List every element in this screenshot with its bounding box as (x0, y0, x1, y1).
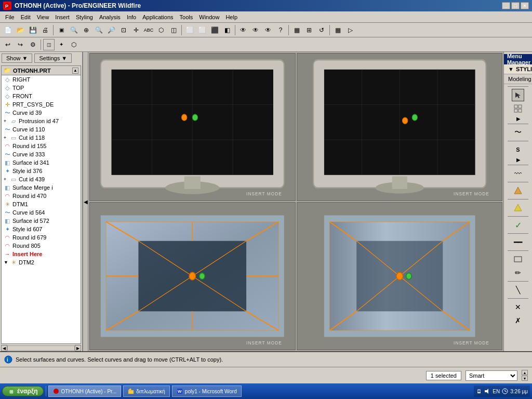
tree-scroll-up[interactable]: ▲ (72, 68, 78, 74)
close-button[interactable]: × (521, 2, 529, 9)
tb-eye2[interactable]: 👁 (250, 24, 261, 36)
tree-item-round155[interactable]: ◜◝ Round id 155 (2, 142, 81, 150)
tree-item-round470[interactable]: ◜◝ Round id 470 (2, 192, 81, 200)
menu-applications[interactable]: Applications (139, 13, 176, 21)
viewport-top-right[interactable]: INSERT MODE (297, 53, 503, 201)
smart-select-dropdown[interactable]: Smart Geometry Datum Feature (466, 370, 517, 381)
tb2-settings[interactable]: ⚙ (27, 39, 38, 50)
rt-cross[interactable]: ✗ (512, 314, 524, 327)
rt-curve[interactable]: 〜 (512, 126, 524, 139)
panel-collapse-handle[interactable]: ◀ (83, 52, 88, 351)
tree-item-surfmerge[interactable]: ◧ Surface Merge i (2, 183, 81, 192)
menu-styling[interactable]: Styling (73, 13, 96, 21)
tree-item-round679[interactable]: ◜◝ Round id 679 (2, 233, 81, 242)
menu-insert[interactable]: Insert (52, 13, 73, 21)
tree-item-style607[interactable]: ✦ Style id 607 (2, 225, 81, 233)
rt-rect[interactable] (512, 253, 524, 265)
tb-question[interactable]: ? (275, 24, 286, 36)
tree-item-RIGHT[interactable]: ◇ RIGHT (2, 75, 81, 84)
minimize-button[interactable]: _ (502, 2, 510, 9)
tree-scroll-area[interactable]: ◇ RIGHT ◇ TOP ◇ FRONT ✛ PRT_CSYS_DE 〜 (2, 75, 81, 267)
tb2-ref[interactable]: ✦ (56, 39, 67, 50)
tb-pan[interactable]: ✛ (130, 24, 142, 36)
tree-item-prot47[interactable]: + ▱ Protrusion id 47 (2, 117, 81, 125)
menu-file[interactable]: File (2, 13, 18, 21)
tree-item-surface572[interactable]: ◧ Surface id 572 (2, 217, 81, 225)
tree-item-FRONT[interactable]: ◇ FRONT (2, 92, 81, 100)
tb-cube1[interactable]: ⬜ (184, 24, 195, 36)
viewport-top-left[interactable]: INSERT MODE (89, 53, 296, 201)
rt-expand[interactable]: ▶ (516, 116, 520, 122)
rt-x-mark[interactable]: ✕ (512, 301, 524, 313)
tree-item-curve39[interactable]: 〜 Curve id 39 (2, 109, 81, 117)
tree-item-insert[interactable]: → Insert Here (2, 250, 81, 258)
settings-button[interactable]: Settings ▼ (34, 54, 72, 63)
scroll-down-btn[interactable]: ▼ (522, 376, 528, 381)
menu-info[interactable]: Info (124, 13, 139, 21)
tree-left-scroll[interactable]: ◀ (1, 345, 7, 351)
menu-view[interactable]: View (34, 13, 52, 21)
tb-select-all[interactable]: ▣ (56, 24, 67, 36)
window-controls[interactable]: _ □ × (502, 2, 529, 9)
tree-item-surface341[interactable]: ◧ Surface id 341 (2, 158, 81, 167)
tb-abc[interactable]: ABC (143, 24, 154, 36)
tb-layout1[interactable]: ▦ (291, 24, 302, 36)
tb-cube3[interactable]: ⬛ (209, 24, 220, 36)
rt-surface-edit[interactable]: 〰 (512, 167, 524, 180)
taskbar-proeng[interactable]: OTHONH (Active) - Pr... (48, 385, 122, 397)
tb2-redo[interactable]: ↪ (15, 39, 26, 50)
tree-item-curve564[interactable]: 〜 Curve id 564 (2, 208, 81, 217)
rt-surface2[interactable] (512, 202, 524, 214)
tree-item-TOP[interactable]: ◇ TOP (2, 84, 81, 92)
rt-pointer[interactable] (512, 89, 524, 101)
tb-cube2[interactable]: ⬜ (196, 24, 208, 36)
mm-modeling[interactable]: Modeling (504, 74, 532, 84)
start-button[interactable]: ⊞ έναρξη (2, 386, 44, 396)
tb-tool5[interactable]: ◫ (168, 24, 179, 36)
tb-next[interactable]: ▷ (344, 24, 356, 36)
show-button[interactable]: Show ▼ (2, 54, 32, 63)
taskbar-word[interactable]: W poly1 - Microsoft Word (172, 385, 242, 397)
tb2-undo[interactable]: ↩ (2, 39, 14, 50)
maximize-button[interactable]: □ (511, 2, 520, 9)
tree-item-round805[interactable]: ◜◝ Round 805 (2, 242, 81, 250)
tree-item-cut118[interactable]: + ▭ Cut id 118 (2, 134, 81, 142)
tb-save[interactable]: 💾 (27, 24, 38, 36)
menu-help[interactable]: Help (222, 13, 241, 21)
tb-print[interactable]: 🖨 (39, 24, 51, 36)
tb-search[interactable]: 🔍 (68, 24, 79, 36)
viewport-bottom-left[interactable]: INSERT MODE (89, 202, 296, 350)
tb2-tool[interactable]: ⬡ (68, 39, 79, 50)
tb-eye1[interactable]: 👁 (237, 24, 249, 36)
tb-layout2[interactable]: ⊞ (303, 24, 315, 36)
menu-edit[interactable]: Edit (18, 13, 34, 21)
tb-zoom-out[interactable]: 🔎 (105, 24, 117, 36)
tb-zoom-in[interactable]: 🔍 (93, 24, 104, 36)
rt-spline-expand[interactable]: ▶ (516, 157, 520, 163)
rt-line[interactable]: ━━ (512, 236, 524, 248)
tree-item-PRT_CSYS[interactable]: ✛ PRT_CSYS_DE (2, 100, 81, 109)
tb-new[interactable]: 📄 (2, 24, 14, 36)
tb2-part[interactable]: ◫ (43, 39, 55, 50)
menu-tools[interactable]: Tools (177, 13, 196, 21)
tb-grid[interactable]: ▦ (332, 24, 343, 36)
tb-open[interactable]: 📂 (15, 24, 26, 36)
tree-item-style376[interactable]: ✦ Style id 376 (2, 167, 81, 175)
tb-refresh[interactable]: ↺ (316, 24, 327, 36)
rt-pencil[interactable]: ✏ (512, 267, 524, 279)
tb-tool3[interactable]: ⊕ (81, 24, 92, 36)
tree-right-scroll[interactable]: ▶ (75, 345, 81, 351)
tb-tool4[interactable]: ⬡ (155, 24, 167, 36)
tree-item-curve110[interactable]: 〜 Curve id 110 (2, 125, 81, 134)
rt-spline[interactable]: S (512, 143, 524, 156)
menu-analysis[interactable]: Analysis (96, 13, 124, 21)
rt-surface1[interactable] (512, 184, 524, 197)
menu-window[interactable]: Window (196, 13, 222, 21)
language-indicator[interactable]: EN (493, 389, 500, 394)
rt-check[interactable]: ✓ (512, 219, 524, 231)
scroll-up-btn[interactable]: ▲ (522, 370, 528, 375)
tree-item-DTM1[interactable]: ✳ DTM1 (2, 200, 81, 208)
tree-item-cut439[interactable]: + ▭ Cut id 439 (2, 175, 81, 183)
rt-grid[interactable] (512, 102, 524, 115)
taskbar-folder[interactable]: διπλωματική (123, 385, 170, 397)
